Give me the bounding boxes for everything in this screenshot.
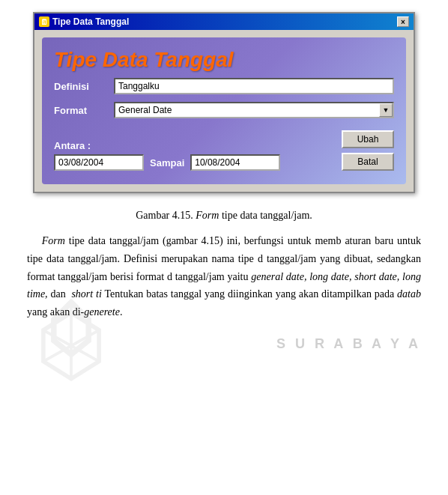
format-select[interactable]: General Date Long Date Short Date Long T… (114, 102, 394, 118)
antara-date-input[interactable] (54, 154, 144, 171)
buttons-area: Ubah Batal (342, 126, 394, 171)
sampai-label: Sampai (150, 157, 184, 168)
titlebar-left: 🗓 Tipe Data Tanggal (39, 16, 129, 27)
caption-prefix: Gambar 4.15. (136, 210, 196, 221)
format-label: Format (54, 105, 114, 116)
dialog-app-icon: 🗓 (39, 16, 49, 27)
format-row: Format General Date Long Date Short Date… (54, 102, 394, 118)
dialog-title: Tipe Data Tanggal (52, 16, 129, 27)
antara-row: Sampai (54, 154, 342, 171)
form-area: Tipe Data Tanggal Definisi Format Genera… (42, 37, 406, 184)
batal-button[interactable]: Batal (342, 153, 394, 171)
definisi-label: Definisi (54, 81, 114, 92)
caption-suffix: tipe data tanggal/jam. (219, 210, 312, 221)
ubah-button[interactable]: Ubah (342, 130, 394, 148)
caption: Gambar 4.15. Form tipe data tanggal/jam. (0, 210, 448, 222)
bottom-section: Antara : Sampai Ubah Batal (54, 126, 394, 171)
watermark-logo (22, 299, 120, 396)
dialog-heading: Tipe Data Tanggal (54, 48, 394, 72)
caption-italic: Form (196, 210, 219, 221)
dialog-window: 🗓 Tipe Data Tanggal × Tipe Data Tanggal … (33, 12, 415, 193)
close-button[interactable]: × (397, 16, 409, 27)
format-select-wrapper: General Date Long Date Short Date Long T… (114, 102, 394, 118)
antara-label: Antara : (54, 140, 342, 151)
definisi-row: Definisi (54, 78, 394, 94)
dialog-titlebar: 🗓 Tipe Data Tanggal × (34, 13, 414, 30)
sampai-date-input[interactable] (190, 154, 280, 171)
definisi-input[interactable] (114, 78, 394, 94)
antara-section: Antara : Sampai (54, 140, 342, 171)
dialog-body: Tipe Data Tanggal Definisi Format Genera… (34, 30, 414, 192)
